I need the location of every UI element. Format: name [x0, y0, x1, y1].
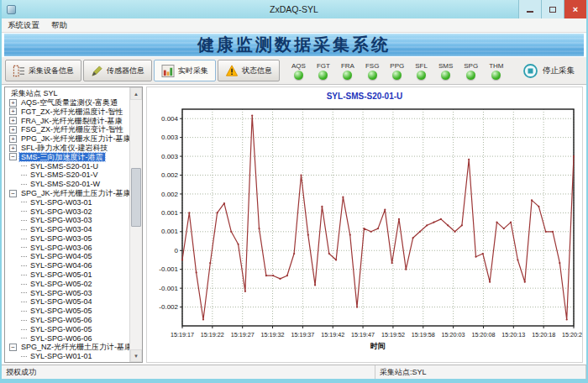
indicator-group: AQSFGTFRAFSGPPGSFLSMSSPGTHM — [291, 62, 504, 80]
device-list-icon — [13, 65, 25, 77]
tree-item-label: PPG_JK-光纤光栅水压力计-基康 — [19, 134, 129, 144]
tree-item[interactable]: SYL-SMS-S20-01-W — [8, 180, 129, 189]
menu-help[interactable]: 帮助 — [45, 18, 73, 32]
sensor-info-button[interactable]: 传感器信息 — [83, 60, 152, 81]
tree-item-label: SYL-SPG-W05-04 — [29, 297, 94, 307]
tree-item-label: SYL-SPG-W01-01 — [29, 352, 94, 361]
tree-connector — [21, 265, 27, 266]
tree-item-label: SYL-SPG-W05-05 — [29, 307, 94, 316]
led-icon — [417, 71, 426, 80]
x-tick-label: 15:19:22 — [201, 331, 224, 338]
scroll-up-icon[interactable]: ▲ — [130, 87, 142, 100]
menu-system-settings[interactable]: 系统设置 — [2, 18, 45, 32]
tree-item-label: SMS-三向加速度计-港震 — [19, 153, 105, 162]
collapse-icon[interactable]: − — [9, 344, 17, 351]
realtime-collect-button[interactable]: 实时采集 — [154, 60, 216, 81]
collapse-icon[interactable]: − — [9, 190, 17, 197]
window-border — [2, 379, 586, 383]
tree-item-label: SYL-SMS-S20-01-U — [29, 162, 100, 171]
y-tick-label: 0.001 — [161, 209, 179, 217]
indicator-label: FGT — [317, 62, 330, 70]
tree-item[interactable]: SYL-SPG-W05-02 — [8, 280, 129, 289]
tree-item[interactable]: SYL-SPG-W04-06 — [8, 261, 129, 270]
indicator-fra: FRA — [341, 62, 354, 80]
collapse-icon[interactable]: − — [9, 153, 17, 160]
tree-scrollbar[interactable]: ▲ ▼ — [129, 87, 142, 362]
led-icon — [368, 71, 377, 80]
tree-item[interactable]: SYL-SPG-W03-01 — [8, 198, 129, 207]
tree-connector — [21, 356, 27, 357]
tree-connector — [21, 165, 27, 166]
tree-item[interactable]: SYL-SMS-S20-01-U — [8, 161, 129, 171]
tree-item-label: SPG_NZ-光纤光栅土压力计-基康 — [19, 343, 129, 352]
x-tick-label: 15:19:42 — [321, 331, 344, 338]
chart-panel: SYL-SMS-S20-01-U 15:19:1715:19:2215:19:2… — [146, 87, 583, 363]
expand-icon[interactable]: + — [9, 135, 17, 143]
tree-item-label: SYL-SPG-W05-06 — [29, 316, 94, 325]
indicator-thm: THM — [489, 62, 503, 80]
indicator-label: AQS — [291, 62, 306, 70]
tree-item-label: SYL-SPG-W06-05 — [29, 325, 94, 334]
scroll-thumb[interactable] — [131, 168, 141, 227]
scroll-down-icon[interactable]: ▼ — [130, 349, 142, 362]
tree-item[interactable]: +SFL-静力水准仪-建岩科技 — [8, 144, 129, 153]
tree-item[interactable]: +FSG_ZX-光纤光栅应变计-智性 — [8, 125, 129, 134]
sensor-info-label: 传感器信息 — [107, 66, 144, 76]
indicator-label: FRA — [341, 62, 354, 70]
led-icon — [392, 71, 402, 80]
x-tick-label: 15:20:13 — [501, 331, 525, 338]
expand-icon[interactable]: + — [9, 99, 17, 107]
expand-icon[interactable]: + — [9, 117, 17, 124]
tree-item[interactable]: SYL-SMS-S20-01-V — [8, 171, 129, 180]
x-tick-label: 15:19:52 — [381, 331, 405, 338]
tree-item-label: SYL-SMS-S20-01-V — [29, 171, 100, 180]
tree-item[interactable]: SYL-SPG-W03-02 — [8, 207, 129, 216]
expand-icon[interactable]: + — [9, 144, 17, 152]
banner: 健康监测数据采集系统 — [4, 34, 584, 56]
tree-item[interactable]: SYL-SPG-W04-05 — [8, 252, 129, 261]
tree-item-label: FRA_JK-光纤光栅裂缝计-基康 — [19, 117, 124, 126]
device-info-button[interactable]: 采集设备信息 — [5, 60, 81, 81]
y-tick-label: 0.002 — [161, 191, 179, 198]
x-tick-label: 15:20:18 — [532, 331, 555, 338]
tree-item[interactable]: +AQS-空气质量监测仪-富奥通 — [8, 98, 129, 108]
tree-item[interactable]: +FRA_JK-光纤光栅裂缝计-基康 — [8, 116, 129, 125]
tree-item[interactable]: SYL-SPG-W03-06 — [8, 244, 129, 253]
close-button[interactable]: × — [564, 0, 586, 18]
close-icon: × — [573, 4, 578, 14]
tree-item[interactable]: SYL-SPG-W03-05 — [8, 234, 129, 244]
tree-panel: 采集站点 SYL+AQS-空气质量监测仪-富奥通+FGT_ZX-光纤光栅温度计-… — [4, 87, 143, 363]
tree-item[interactable]: SYL-SPG-W05-03 — [8, 289, 129, 298]
tree-item[interactable]: SYL-SPG-W05-04 — [8, 297, 129, 307]
tree-item[interactable]: SYL-SPG-W03-03 — [8, 216, 129, 225]
tree-item[interactable]: +PPG_JK-光纤光栅水压力计-基康 — [8, 134, 129, 144]
tree-item[interactable]: SYL-SPG-W03-04 — [8, 225, 129, 234]
tree-item[interactable]: SYL-SPG-W05-05 — [8, 307, 129, 316]
tree-item[interactable]: SYL-SPG-W05-01 — [8, 270, 129, 280]
minimize-button[interactable] — [518, 0, 541, 18]
led-icon — [318, 71, 328, 80]
stop-collect-button[interactable]: 停止采集 — [522, 63, 575, 79]
indicator-sfl: SFL — [415, 62, 428, 80]
tree-item[interactable]: SYL-SPG-W06-06 — [8, 334, 129, 344]
tree-item[interactable]: +FGT_ZX-光纤光栅温度计-智性 — [8, 108, 129, 117]
toolbar: 采集设备信息 传感器信息 实时采集 状态信息 — [2, 57, 586, 85]
tree-connector — [21, 338, 27, 338]
indicator-ppg: PPG — [390, 62, 404, 80]
tree-item[interactable]: SYL-SPG-W01-01 — [8, 352, 129, 361]
tree-item[interactable]: −SPG_JK-光纤光栅土压力计-基康 — [8, 189, 129, 198]
status-info-button[interactable]: 状态信息 — [218, 60, 280, 81]
maximize-button[interactable] — [541, 0, 564, 18]
tree-item[interactable]: −SPG_NZ-光纤光栅土压力计-基康 — [8, 343, 129, 352]
tree-connector — [21, 284, 27, 285]
tree-item-label: SYL-SPG-W03-01 — [29, 198, 94, 207]
tree-item[interactable]: SYL-SPG-W05-06 — [8, 316, 129, 325]
tree-connector — [21, 247, 27, 248]
tree-item[interactable]: 采集站点 SYL — [8, 89, 129, 98]
expand-icon[interactable]: + — [9, 126, 17, 134]
tree-item[interactable]: −SMS-三向加速度计-港震 — [8, 153, 129, 162]
tree-item[interactable]: SYL-SPG-W06-05 — [8, 325, 129, 334]
expand-icon[interactable]: + — [9, 108, 17, 115]
x-tick-label: 15:19:17 — [171, 331, 194, 338]
led-icon — [294, 71, 303, 80]
